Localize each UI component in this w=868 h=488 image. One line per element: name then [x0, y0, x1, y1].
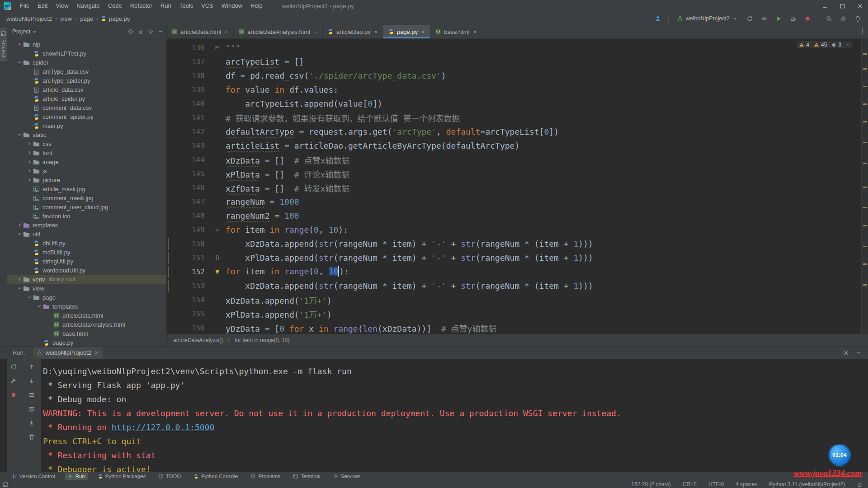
line-number[interactable]: 156	[167, 324, 208, 332]
tree-collapse-chevron[interactable]	[16, 222, 23, 228]
notifications-button[interactable]	[852, 13, 863, 24]
tree-row[interactable]: js	[7, 166, 166, 175]
soft-wrap-button[interactable]	[28, 404, 35, 413]
tree-row[interactable]: page	[7, 293, 166, 302]
tree-row[interactable]: stringUtil.py	[7, 257, 166, 266]
status-widget[interactable]: CRLF	[683, 481, 697, 488]
code-line[interactable]: 145xPlData = [] # 评论x轴数据	[167, 167, 862, 181]
chevron-down-icon[interactable]	[32, 28, 37, 36]
line-number[interactable]: 150	[167, 239, 208, 248]
code-line[interactable]: 141# 获取请求参数，如果没有获取到，给个默认值 第一个列表数据	[167, 111, 862, 125]
editor-tab[interactable]: page.py	[383, 25, 430, 38]
gutter-icon-slot[interactable]	[208, 227, 226, 233]
stop-process-button[interactable]	[10, 390, 17, 399]
status-widget[interactable]: UTF-8	[708, 481, 724, 488]
hide-panel-button[interactable]	[157, 28, 164, 36]
code-line[interactable]: 148rangeNum2 = 100	[167, 209, 862, 223]
menu-edit[interactable]: Edit	[33, 2, 52, 9]
settings-button[interactable]	[837, 13, 849, 24]
menu-refactor[interactable]: Refactor	[126, 2, 156, 9]
tree-row[interactable]: nlp	[7, 40, 166, 49]
code-line[interactable]: 156yDzData = [0 for x in range(len(xDzDa…	[167, 321, 862, 334]
tree-row[interactable]: view	[7, 284, 166, 293]
code-line[interactable]: 147rangeNum = 1000	[167, 195, 862, 209]
code-line[interactable]: 139for value in df.values:	[167, 83, 862, 97]
tree-expand-chevron[interactable]	[16, 132, 23, 137]
code-line[interactable]: 149for item in range(0, 10):	[167, 223, 862, 237]
vcs-update-button[interactable]	[744, 13, 755, 24]
project-stripe-button[interactable]: Project	[0, 28, 7, 61]
tree-row[interactable]: favicon.ico	[7, 211, 166, 221]
tree-row[interactable]: wordcloudUtil.py	[7, 266, 166, 275]
line-number[interactable]: 152	[167, 267, 208, 276]
toolwindow-button-terminal[interactable]: Terminal	[290, 473, 323, 480]
code-line[interactable]: 138df = pd.read_csv('./spider/arcType_da…	[167, 69, 862, 83]
console-options-button[interactable]	[28, 390, 35, 399]
tree-row[interactable]: spider	[7, 58, 166, 67]
line-number[interactable]: 141	[167, 113, 208, 122]
tree-row[interactable]: articleData.html	[7, 311, 166, 320]
menu-file[interactable]: File	[16, 2, 33, 9]
gutter-icon-slot[interactable]	[208, 45, 226, 51]
tree-expand-chevron[interactable]	[36, 304, 43, 309]
tree-collapse-chevron[interactable]	[26, 150, 33, 155]
toolwindow-button-version-control[interactable]: Version Control	[9, 473, 58, 480]
run-config-dropdown[interactable]: weiboNlpProject2	[673, 14, 741, 23]
tree-row[interactable]: comment_mask.jpg	[7, 193, 166, 202]
vcs-commit-button[interactable]	[758, 13, 770, 24]
down-stack-trace-button[interactable]	[28, 376, 35, 385]
run-panel-settings-button[interactable]	[843, 349, 849, 357]
gutter-icon-slot[interactable]	[208, 268, 226, 275]
status-widget[interactable]: Python 3.11 (weiboNlpProject2)	[769, 481, 845, 488]
rerun-button[interactable]	[10, 362, 17, 371]
editor-scrollbar[interactable]	[861, 38, 868, 334]
toolwindow-button-python-packages[interactable]: Python Packages	[95, 473, 149, 480]
code-line[interactable]: 146xZfData = [] # 转发x轴数据	[167, 181, 862, 195]
breadcrumb-item[interactable]: view	[59, 15, 73, 22]
tree-collapse-chevron[interactable]	[26, 141, 33, 146]
tree-row[interactable]: article_spider.py	[7, 94, 166, 103]
tree-row[interactable]: arcType_data.csv	[7, 67, 166, 76]
breadcrumb-file[interactable]: page.py	[100, 15, 130, 22]
toolwindow-button-run[interactable]: Run	[65, 473, 88, 480]
tree-row[interactable]: templates	[7, 302, 166, 311]
line-number[interactable]: 155	[167, 310, 208, 318]
editor-breadcrumb-item[interactable]: articleDataAnalysis()	[173, 337, 223, 343]
tree-row[interactable]: comment_user_cloud.jpg	[7, 202, 166, 211]
menu-tools[interactable]: Tools	[175, 2, 197, 9]
line-number[interactable]: 138	[167, 71, 208, 80]
line-number[interactable]: 151	[167, 253, 208, 262]
run-console[interactable]: D:\yuqing\weiboNlpProject2\venv\Scripts\…	[41, 359, 868, 472]
hide-run-panel-button[interactable]	[855, 349, 862, 357]
tree-row[interactable]: dbUtil.py	[7, 239, 166, 248]
status-widget[interactable]: 4 spaces	[736, 481, 757, 488]
window-minimize-button[interactable]	[821, 3, 828, 9]
tree-row[interactable]: article_mask.jpg	[7, 184, 166, 193]
tree-row[interactable]: articleDataAnalysis.html	[7, 320, 166, 329]
line-number[interactable]: 136	[167, 43, 208, 52]
window-close-button[interactable]	[857, 3, 863, 9]
tree-row[interactable]: util	[7, 230, 166, 239]
tree-collapse-chevron[interactable]	[16, 277, 23, 282]
toolwindow-button-services[interactable]: Services	[330, 473, 363, 480]
run-config-tab[interactable]: weiboNlpProject2	[33, 347, 102, 359]
menu-code[interactable]: Code	[104, 2, 126, 9]
menu-view[interactable]: View	[52, 2, 72, 9]
collapse-all-button[interactable]	[137, 28, 144, 36]
line-number[interactable]: 144	[167, 155, 208, 164]
menu-run[interactable]: Run	[156, 2, 175, 9]
code-line[interactable]: 150 xDzData.append(str(rangeNum * item) …	[167, 237, 862, 251]
line-number[interactable]: 147	[167, 197, 208, 206]
code-with-me-button[interactable]	[652, 13, 664, 24]
line-number[interactable]: 148	[167, 211, 208, 220]
tree-row[interactable]: base.html	[7, 329, 166, 338]
gutter-icon-slot[interactable]	[208, 255, 226, 261]
editor-breadcrumb-item[interactable]: for item in range(0, 10)	[235, 337, 289, 343]
tree-expand-chevron[interactable]	[16, 231, 23, 237]
up-stack-trace-button[interactable]	[28, 362, 35, 371]
tree-expand-chevron[interactable]	[16, 60, 23, 65]
code-line[interactable]: 152for item in range(0, 10):	[167, 265, 862, 279]
code-line[interactable]: 155xPlData.append('1万+')	[167, 307, 862, 321]
code-line[interactable]: 136"""	[167, 41, 862, 55]
menu-navigate[interactable]: Navigate	[72, 2, 104, 9]
